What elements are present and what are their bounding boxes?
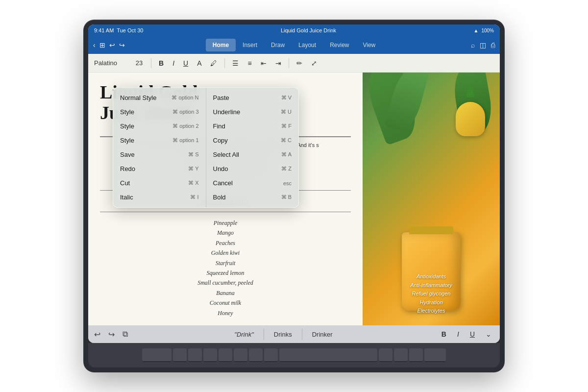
menu-item-italic[interactable]: Italic ⌘ I [113, 190, 206, 204]
tab-review[interactable]: Review [323, 39, 356, 51]
autocorrect-bar: ↩ ↪ ⧉ "Drink" Drinks Drinker B I U ⌄ [88, 325, 500, 343]
tab-layout[interactable]: Layout [292, 39, 323, 51]
menu-item-select-all[interactable]: Select All ⌘ A [206, 147, 299, 162]
benefit-item: Anti-inflammatory [363, 281, 500, 290]
indent-increase-icon[interactable]: ⇥ [273, 58, 284, 68]
indent-decrease-icon[interactable]: ⇤ [258, 58, 269, 68]
toolbar-divider-1 [151, 58, 151, 68]
jar-lid [409, 226, 453, 234]
more-options-icon[interactable]: ⌄ [483, 329, 494, 339]
benefit-item: Refuel glycogen [363, 290, 500, 298]
wifi-icon: ▲ [474, 28, 479, 33]
menu-col-right: Paste ⌘ V Underline ⌘ U Find ⌘ F Copy [206, 88, 299, 207]
document-page[interactable]: Liquid Gold Juice Drink This recovery dr… [88, 73, 500, 325]
autocorrect-word-1[interactable]: "Drink" [224, 329, 264, 340]
status-date: Tue Oct 30 [117, 27, 143, 33]
return-key[interactable] [424, 348, 446, 362]
list-item: Peaches [100, 238, 351, 248]
nav-right-icons: ⌕ ◫ ⎙ [471, 41, 495, 49]
menu-item-cut[interactable]: Cut ⌘ X [113, 176, 206, 190]
menu-item-normal-style[interactable]: Normal Style ⌘ option N [113, 91, 206, 105]
tab-view[interactable]: View [356, 39, 382, 51]
new-doc-icon[interactable]: ⊞ [99, 41, 105, 49]
key[interactable] [173, 348, 187, 362]
numbering-icon[interactable]: ≡ [245, 58, 254, 68]
key[interactable] [142, 348, 172, 362]
format-toolbar: Palatino 23 B I U A 🖊 ☰ ≡ ⇤ ⇥ ✏ ⤢ [88, 54, 500, 73]
inline-bold-button[interactable]: B [439, 329, 449, 339]
styles-icon[interactable]: ✏ [294, 58, 305, 68]
font-name[interactable]: Palatino [94, 59, 128, 67]
key[interactable] [249, 348, 263, 362]
autocorrect-right-buttons: B I U ⌄ [439, 329, 494, 339]
context-menu[interactable]: Normal Style ⌘ option N Style ⌘ option 3… [113, 87, 299, 208]
menu-item-paste[interactable]: Paste ⌘ V [206, 91, 299, 105]
menu-item-find[interactable]: Find ⌘ F [206, 119, 299, 133]
ingredients-list: Pineapple Mango Peaches Golden kiwi Star… [100, 218, 351, 318]
status-left: 9:41 AM Tue Oct 30 [94, 27, 143, 33]
list-item: Squeezed lemon [100, 268, 351, 278]
ipad-device: 9:41 AM Tue Oct 30 Liquid Gold Juice Dri… [83, 20, 505, 372]
key[interactable] [409, 348, 423, 362]
tab-draw[interactable]: Draw [264, 39, 292, 51]
toolbar-divider-3 [289, 58, 289, 68]
menu-item-underline[interactable]: Underline ⌘ U [206, 105, 299, 119]
ingredients-separator [100, 212, 351, 212]
menu-item-save[interactable]: Save ⌘ S [113, 147, 206, 162]
space-key[interactable] [279, 348, 377, 362]
highlight-icon[interactable]: 🖊 [208, 58, 220, 68]
status-right: ▲ 100% [474, 28, 494, 33]
undo-icon[interactable]: ↩ [109, 41, 115, 49]
bullets-icon[interactable]: ☰ [230, 58, 241, 68]
key[interactable] [219, 348, 232, 362]
chart-icon[interactable]: ⤢ [309, 58, 319, 68]
italic-button[interactable]: I [170, 58, 177, 68]
bold-button[interactable]: B [156, 58, 166, 68]
key[interactable] [188, 348, 202, 362]
inline-underline-button[interactable]: U [467, 329, 477, 339]
menu-item-style-3[interactable]: Style ⌘ option 3 [113, 105, 206, 119]
menu-item-bold[interactable]: Bold ⌘ B [206, 190, 299, 204]
share-icon[interactable]: ⎙ [491, 41, 495, 49]
key[interactable] [264, 348, 278, 362]
status-bar: 9:41 AM Tue Oct 30 Liquid Gold Juice Dri… [88, 24, 500, 36]
menu-item-style-1[interactable]: Style ⌘ option 1 [113, 133, 206, 147]
list-item: Honey [100, 308, 351, 318]
menu-item-copy[interactable]: Copy ⌘ C [206, 133, 299, 147]
title-bar: ‹ ⊞ ↩ ↪ Home Insert Draw Layout Review V… [88, 36, 500, 54]
list-item: Starfruit [100, 258, 351, 268]
redo-icon[interactable]: ↪ [119, 41, 125, 49]
font-color-icon[interactable]: A [195, 58, 204, 68]
toolbar-divider-2 [224, 58, 225, 68]
autocorrect-word-3[interactable]: Drinker [302, 329, 343, 340]
clipboard-icon[interactable]: ⧉ [122, 330, 128, 339]
zoom-icon[interactable]: ◫ [480, 41, 486, 49]
search-icon[interactable]: ⌕ [471, 41, 475, 49]
nav-left-icons: ‹ ⊞ ↩ ↪ [93, 41, 125, 49]
list-item: Pineapple [100, 218, 351, 228]
menu-item-cancel[interactable]: Cancel esc [206, 176, 299, 190]
undo-text-icon[interactable]: ↩ [94, 330, 100, 339]
pineapple-garnish [456, 102, 485, 136]
tab-insert[interactable]: Insert [236, 39, 264, 51]
autocorrect-suggestions: "Drink" Drinks Drinker [128, 329, 439, 340]
autocorrect-left-buttons: ↩ ↪ ⧉ [94, 330, 128, 339]
battery-status: 100% [481, 28, 494, 33]
key[interactable] [203, 348, 217, 362]
underline-button[interactable]: U [181, 58, 191, 68]
key[interactable] [394, 348, 408, 362]
font-size[interactable]: 23 [132, 59, 146, 67]
ipad-screen: 9:41 AM Tue Oct 30 Liquid Gold Juice Dri… [88, 24, 500, 343]
redo-text-icon[interactable]: ↪ [108, 330, 115, 339]
tab-home[interactable]: Home [206, 39, 236, 51]
menu-item-redo[interactable]: Redo ⌘ Y [113, 162, 206, 176]
list-item: Small cucumber, peeled [100, 278, 351, 288]
autocorrect-word-2[interactable]: Drinks [264, 329, 302, 340]
menu-item-undo[interactable]: Undo ⌘ Z [206, 162, 299, 176]
back-icon[interactable]: ‹ [93, 41, 96, 49]
key[interactable] [379, 348, 392, 362]
key[interactable] [234, 348, 247, 362]
benefit-item: Electrolytes [363, 307, 500, 316]
inline-italic-button[interactable]: I [455, 329, 462, 339]
menu-item-style-2[interactable]: Style ⌘ option 2 [113, 119, 206, 133]
